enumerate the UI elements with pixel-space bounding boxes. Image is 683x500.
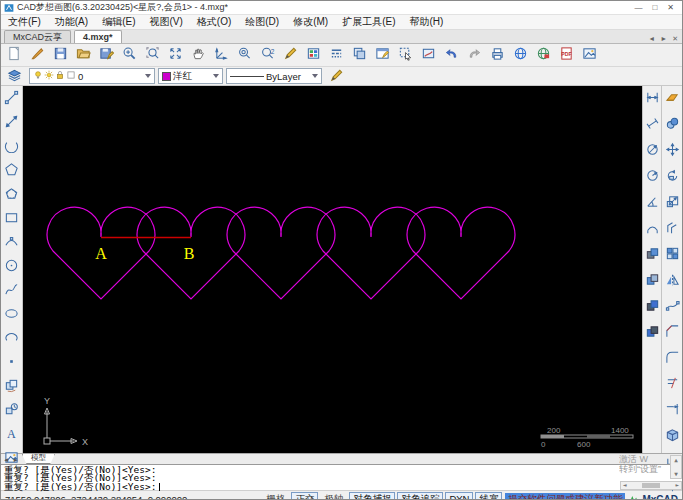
point-label-B[interactable]: B: [184, 245, 195, 262]
ellipse-arc-button[interactable]: [0, 330, 23, 349]
menu-item-1[interactable]: 功能(A): [48, 15, 95, 29]
menu-item-8[interactable]: 帮助(H): [403, 15, 451, 29]
select-button[interactable]: [394, 45, 417, 65]
tab-close-button[interactable]: ✕: [672, 35, 678, 43]
extend-button[interactable]: [661, 402, 683, 421]
menu-item-2[interactable]: 编辑(E): [95, 15, 142, 29]
array-button[interactable]: [661, 246, 683, 265]
tab-scroll-left-button[interactable]: ◄: [648, 35, 655, 43]
stamp-button[interactable]: [417, 45, 440, 65]
layer-select[interactable]: 0: [29, 68, 155, 84]
minimize-button[interactable]: —: [634, 3, 642, 12]
toggle-4[interactable]: 对象追踪: [397, 492, 443, 500]
open-button[interactable]: [72, 45, 95, 65]
draw-pencil-button[interactable]: [279, 45, 302, 65]
redo-button[interactable]: [463, 45, 486, 65]
maximize-button[interactable]: □: [652, 3, 657, 12]
web-button[interactable]: [509, 45, 532, 65]
save-as-button[interactable]: [95, 45, 118, 65]
chamfer-button[interactable]: [661, 324, 683, 343]
explode-button[interactable]: [661, 428, 683, 447]
tab-model[interactable]: 模型: [22, 454, 55, 464]
bulb-icon: [33, 70, 43, 82]
menu-item-7[interactable]: 扩展工具(E): [335, 15, 402, 29]
scale-button[interactable]: [661, 194, 683, 213]
undo-button[interactable]: [440, 45, 463, 65]
menu-item-0[interactable]: 文件(F): [1, 15, 48, 29]
copy-object-button[interactable]: [0, 378, 23, 397]
edit-brush-button[interactable]: [26, 45, 49, 65]
layer-manager-button[interactable]: [3, 66, 26, 86]
move-button[interactable]: [661, 142, 683, 161]
pencil-edit-button[interactable]: [325, 66, 348, 86]
trim-button[interactable]: [661, 376, 683, 395]
web-cad-button[interactable]: [532, 45, 555, 65]
pdf-export-button[interactable]: PDF: [555, 45, 578, 65]
toggle-5[interactable]: DYN: [445, 492, 473, 500]
insert-image-button[interactable]: [578, 45, 601, 65]
point-button[interactable]: [0, 354, 23, 373]
rectangle-button[interactable]: [0, 210, 23, 229]
toggle-6[interactable]: 线宽: [475, 492, 502, 500]
save-button[interactable]: [49, 45, 72, 65]
arc-button[interactable]: [0, 138, 23, 157]
circle-button[interactable]: [0, 258, 23, 277]
ucs-axes-button[interactable]: [210, 45, 233, 65]
color-select[interactable]: 洋红: [158, 68, 223, 84]
fillet-button[interactable]: [661, 350, 683, 369]
menu-item-6[interactable]: 修改(M): [286, 15, 335, 29]
point-label-A[interactable]: A: [95, 245, 107, 262]
toggle-0[interactable]: 栅格: [262, 492, 289, 500]
zoom-object-button[interactable]: [233, 45, 256, 65]
feedback-link[interactable]: 提交软件问题或建议新功能: [505, 493, 625, 500]
linetype-select[interactable]: ByLayer: [226, 68, 322, 84]
svg-text:Y: Y: [44, 396, 50, 406]
xline-button[interactable]: [0, 114, 23, 133]
document-tab-0[interactable]: MxCAD云享: [4, 30, 71, 43]
menu-item-5[interactable]: 绘图(D): [238, 15, 286, 29]
heart-shape-2[interactable]: [227, 207, 335, 299]
mirror-button[interactable]: [661, 272, 683, 291]
zoom-window-button[interactable]: [141, 45, 164, 65]
toggle-2[interactable]: 极轴: [320, 492, 347, 500]
tab-scroll-right-button[interactable]: ►: [660, 35, 667, 43]
arc-3point-button[interactable]: [0, 234, 23, 253]
layout-scroll-right-button[interactable]: ►: [12, 456, 18, 463]
heart-shape-4[interactable]: [407, 207, 515, 299]
command-line-area[interactable]: 重复? [是(Yes)/否(No)]<Yes>:重复? [是(Yes)/否(No…: [1, 464, 682, 490]
line-button[interactable]: [0, 90, 23, 109]
erase-button[interactable]: [661, 90, 683, 109]
zoom-prev-button[interactable]: 2: [256, 45, 279, 65]
text-button[interactable]: A: [0, 426, 23, 445]
print-button[interactable]: [486, 45, 509, 65]
polygon-button[interactable]: [0, 162, 23, 181]
palette-button[interactable]: [302, 45, 325, 65]
polygon-edge-button[interactable]: [0, 186, 23, 205]
command-horizontal-scrollbar[interactable]: ◄►: [620, 481, 682, 490]
spline-button[interactable]: [0, 282, 23, 301]
rotate-button[interactable]: [661, 168, 683, 187]
toggle-3[interactable]: 对象捕捉: [349, 492, 395, 500]
menu-item-3[interactable]: 视图(V): [142, 15, 189, 29]
blocks-button[interactable]: [348, 45, 371, 65]
close-button[interactable]: ✕: [667, 3, 674, 12]
linetype-manager-icon: [329, 46, 344, 65]
layout-scroll-left-button[interactable]: ◄: [3, 456, 9, 463]
copy-button[interactable]: [661, 116, 683, 135]
offset-button[interactable]: [661, 220, 683, 239]
menu-item-4[interactable]: 格式(O): [190, 15, 238, 29]
pan-button[interactable]: [187, 45, 210, 65]
ellipse-button[interactable]: [0, 306, 23, 325]
zoom-extents-button[interactable]: [164, 45, 187, 65]
toggle-1[interactable]: 正交: [291, 492, 318, 500]
rotate-copy-button[interactable]: [0, 402, 23, 421]
new-button[interactable]: [3, 45, 26, 65]
zoom-realtime-button[interactable]: [118, 45, 141, 65]
edit-polyline-button[interactable]: [661, 298, 683, 317]
linetype-manager-button[interactable]: [325, 45, 348, 65]
command-vertical-scrollbar[interactable]: ▲▼: [670, 455, 682, 479]
drawing-canvas[interactable]: ABYX20014000600: [23, 86, 642, 453]
dialog-edit-button[interactable]: [371, 45, 394, 65]
heart-shape-3[interactable]: [317, 207, 425, 299]
document-tab-1[interactable]: 4.mxg*: [74, 30, 122, 43]
